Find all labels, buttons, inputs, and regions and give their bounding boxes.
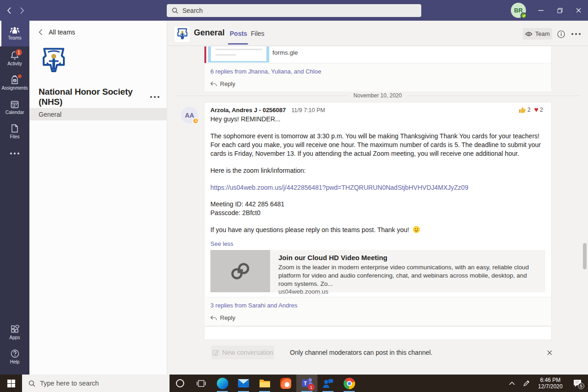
pencil-icon xyxy=(212,349,219,356)
message-avatar[interactable]: AA xyxy=(181,107,198,124)
taskbar-app-office[interactable] xyxy=(275,375,296,392)
team-logo xyxy=(40,46,67,76)
minimize-button[interactable] xyxy=(531,0,551,21)
cortana-button[interactable] xyxy=(170,375,191,392)
chrome-icon xyxy=(344,378,355,389)
tab-posts[interactable]: Posts xyxy=(230,30,247,37)
reaction-thumbs-up[interactable]: 2 xyxy=(519,107,531,114)
taskbar-search-input[interactable]: Type here to search xyxy=(22,375,170,392)
link-preview-description: Zoom is the leader in modern enterprise … xyxy=(278,263,540,288)
search-input[interactable]: Search xyxy=(167,4,421,17)
start-button[interactable] xyxy=(0,375,22,392)
search-icon xyxy=(172,7,178,14)
back-button[interactable] xyxy=(3,4,16,17)
reply-button[interactable]: Reply xyxy=(210,314,551,321)
minimize-icon xyxy=(538,10,543,11)
rail-label: Apps xyxy=(10,335,20,340)
message-closing-text: If you have any questions please reply o… xyxy=(210,226,409,233)
taskbar-app-edge[interactable] xyxy=(212,375,233,392)
info-button[interactable] xyxy=(555,28,566,40)
taskbar-app-file-explorer[interactable] xyxy=(254,375,275,392)
task-view-button[interactable] xyxy=(191,375,212,392)
people-icon xyxy=(322,378,334,388)
team-view-button[interactable]: Team xyxy=(523,28,552,40)
rail-item-activity[interactable]: Activity 1 xyxy=(0,46,29,71)
taskbar-app-mail[interactable] xyxy=(233,375,254,392)
avatar[interactable]: BR xyxy=(511,3,526,18)
close-button[interactable] xyxy=(568,0,588,21)
rail-item-more[interactable] xyxy=(0,144,29,163)
search-placeholder: Search xyxy=(182,7,203,14)
new-conversation-label: New conversation xyxy=(222,349,273,356)
chevron-left-icon xyxy=(39,29,43,35)
rail-item-assignments[interactable]: Assignments xyxy=(0,71,29,95)
link-preview-card[interactable]: Join our Cloud HD Video Meeting Zoom is … xyxy=(210,250,545,292)
tab-files[interactable]: Files xyxy=(251,30,265,37)
presence-away-icon xyxy=(192,118,199,124)
chevron-right-icon xyxy=(20,7,24,14)
important-marker xyxy=(204,46,206,63)
zoom-meeting-link[interactable]: https://us04web.zoom.us/j/4422856481?pwd… xyxy=(210,184,544,191)
reply-arrow-icon xyxy=(210,315,217,320)
notification-count-badge: 5 xyxy=(578,383,584,389)
ellipsis-icon xyxy=(575,33,577,35)
rail-item-apps[interactable]: Apps xyxy=(0,320,29,345)
see-less-link[interactable]: See less xyxy=(210,240,544,247)
cortana-icon xyxy=(176,379,184,387)
new-conversation-button: New conversation xyxy=(211,346,274,359)
rail-item-calendar[interactable]: Calendar xyxy=(0,95,29,119)
mail-icon xyxy=(238,379,249,387)
all-teams-label: All teams xyxy=(49,28,75,36)
link-preview-title: Join our Cloud HD Video Meeting xyxy=(278,254,540,261)
rail-item-teams[interactable]: Teams xyxy=(0,21,29,46)
replies-summary-link[interactable]: 6 replies from Jhanna, Yuliana, and Chlo… xyxy=(210,68,551,75)
reply-label: Reply xyxy=(220,80,235,87)
rail-label: Help xyxy=(10,359,20,364)
rail-label: Teams xyxy=(8,35,21,40)
reaction-heart[interactable]: ♥ 2 xyxy=(534,106,543,114)
reply-button[interactable]: Reply xyxy=(210,80,551,87)
date-divider: November 10, 2020 xyxy=(175,92,581,99)
rail-item-files[interactable]: Files xyxy=(0,119,29,144)
message-paragraph: The sophomore event is tomorrow at 3:30 … xyxy=(210,132,544,158)
chevron-up-icon xyxy=(509,381,515,385)
windows-taskbar: Type here to search T 1 xyxy=(0,375,588,392)
taskbar-app-teams[interactable]: T 1 xyxy=(296,375,317,392)
next-message-card-partial xyxy=(204,326,552,340)
clock-time: 6:46 PM xyxy=(540,377,561,383)
taskbar-app-chrome[interactable] xyxy=(339,375,360,392)
teams-notification-badge: 1 xyxy=(308,384,315,391)
chevron-left-icon xyxy=(7,7,11,14)
team-more-button[interactable] xyxy=(151,92,159,102)
action-center-button[interactable]: 5 xyxy=(567,375,588,392)
channel-item-general[interactable]: General xyxy=(29,108,167,120)
channel-more-button[interactable] xyxy=(571,28,582,40)
info-icon xyxy=(557,30,565,38)
forward-button[interactable] xyxy=(16,4,28,17)
forms-link-text[interactable]: forms.gle xyxy=(272,49,298,56)
replies-summary-link[interactable]: 3 replies from Sarahi and Andres xyxy=(210,302,551,309)
clock-date: 12/7/2020 xyxy=(538,383,562,390)
heart-icon: ♥ xyxy=(534,106,539,114)
message-timestamp: 11/9 7:10 PM xyxy=(291,107,325,114)
scrollbar-thumb[interactable] xyxy=(583,243,587,269)
system-tray: 6:46 PM 12/7/2020 5 xyxy=(504,375,588,392)
forms-link-thumbnail[interactable] xyxy=(208,46,269,62)
rail-item-help[interactable]: Help xyxy=(0,345,29,369)
link-chain-icon xyxy=(228,261,252,281)
restore-icon xyxy=(557,8,563,13)
message-author[interactable]: Arzola, Andres J - 0256087 xyxy=(210,107,286,114)
close-icon xyxy=(547,350,552,355)
team-name: National Honor Society (NHS) xyxy=(39,87,145,107)
taskbar-clock[interactable]: 6:46 PM 12/7/2020 xyxy=(534,375,567,392)
restore-button[interactable] xyxy=(550,0,570,21)
thumbs-up-icon xyxy=(519,107,526,114)
tray-show-hidden-icons[interactable] xyxy=(504,375,519,392)
close-icon xyxy=(576,8,581,13)
taskbar-app-people[interactable] xyxy=(317,375,339,392)
notice-close-button[interactable] xyxy=(543,346,556,359)
all-teams-back[interactable]: All teams xyxy=(39,28,75,36)
rail-bottom-group: Apps Help xyxy=(0,320,29,375)
tray-pen-button[interactable] xyxy=(519,375,534,392)
search-icon xyxy=(28,380,35,387)
